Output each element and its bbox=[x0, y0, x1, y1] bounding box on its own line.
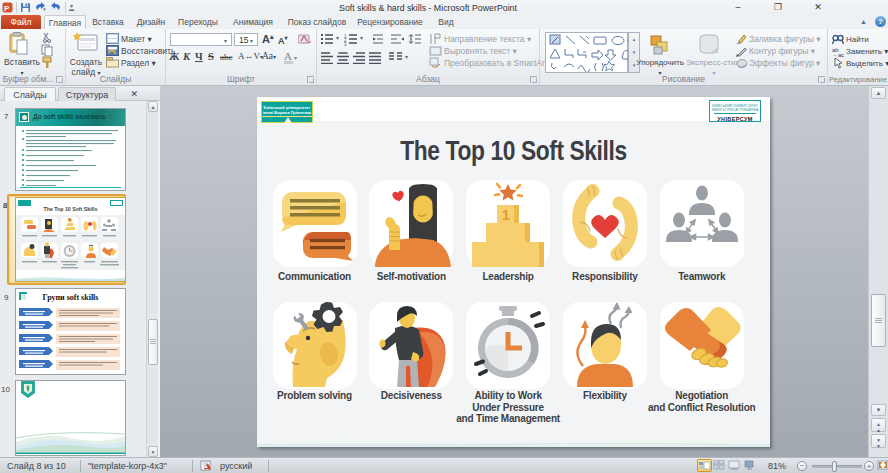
svg-text:→ac: →ac bbox=[832, 52, 844, 57]
svg-text:3: 3 bbox=[344, 42, 347, 47]
svg-text:▾: ▾ bbox=[336, 35, 339, 41]
svg-text:P: P bbox=[4, 4, 10, 13]
svg-text:▾: ▾ bbox=[405, 54, 408, 60]
svg-text:▾: ▾ bbox=[43, 6, 46, 12]
svg-text:▾: ▾ bbox=[360, 35, 363, 41]
svg-text:1: 1 bbox=[502, 207, 510, 223]
